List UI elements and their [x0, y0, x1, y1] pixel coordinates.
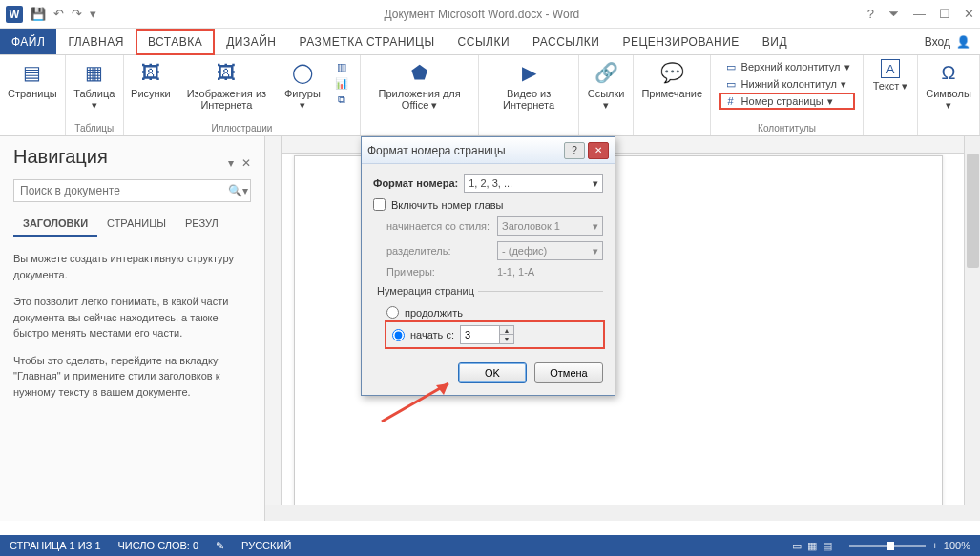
status-page[interactable]: СТРАНИЦА 1 ИЗ 1 — [10, 540, 101, 551]
minimize-icon[interactable]: — — [913, 7, 926, 21]
include-chapter-checkbox[interactable] — [373, 198, 386, 211]
nav-tab-headings[interactable]: ЗАГОЛОВКИ — [13, 212, 97, 237]
start-at-label: начать с: — [410, 329, 454, 340]
start-at-spinner[interactable]: ▲ ▼ — [460, 325, 514, 344]
status-language[interactable]: РУССКИЙ — [241, 540, 291, 551]
zoom-slider[interactable] — [849, 545, 926, 547]
dialog-titlebar[interactable]: Формат номера страницы ? ✕ — [362, 137, 615, 164]
search-input[interactable] — [14, 180, 225, 201]
app-icon: W — [6, 6, 23, 23]
qat-dropdown-icon[interactable]: ▾ — [90, 7, 96, 21]
save-icon[interactable]: 💾 — [31, 7, 46, 21]
status-proofing-icon[interactable]: ✎ — [216, 540, 224, 552]
ribbon-tabs: ФАЙЛ ГЛАВНАЯ ВСТАВКА ДИЗАЙН РАЗМЕТКА СТР… — [0, 29, 980, 55]
tab-home[interactable]: ГЛАВНАЯ — [56, 29, 136, 54]
start-at-radio[interactable] — [392, 329, 405, 341]
group-text: A Текст ▾ — [864, 55, 918, 135]
online-video-button[interactable]: ▶ Видео из Интернета — [487, 59, 571, 111]
group-illustrations: 🖼 Рисунки 🖼 Изображения из Интернета ◯ Ф… — [124, 55, 361, 135]
group-symbols: Ω Символы ▾ — [918, 55, 980, 135]
page-number-icon: # — [724, 94, 738, 108]
start-at-input[interactable] — [461, 326, 499, 343]
login-button[interactable]: Вход 👤 — [915, 29, 980, 54]
nav-close-icon[interactable]: ✕ — [241, 156, 251, 170]
tab-review[interactable]: РЕЦЕНЗИРОВАНИЕ — [611, 29, 750, 54]
footer-button[interactable]: ▭Нижний колонтитул ▾ — [720, 76, 854, 92]
undo-icon[interactable]: ↶ — [53, 7, 64, 21]
tab-view[interactable]: ВИД — [751, 29, 799, 54]
shapes-button[interactable]: ◯ Фигуры ▾ — [283, 59, 322, 111]
vertical-ruler[interactable] — [265, 136, 282, 521]
apps-button[interactable]: ⬟ Приложения для Office ▾ — [368, 59, 470, 111]
tab-layout[interactable]: РАЗМЕТКА СТРАНИЦЫ — [288, 29, 447, 54]
continue-radio[interactable] — [386, 306, 399, 319]
help-icon[interactable]: ? — [867, 7, 874, 21]
examples-label: Примеры: — [386, 266, 491, 278]
page-number-format-dialog: Формат номера страницы ? ✕ Формат номера… — [361, 136, 615, 396]
view-read-icon[interactable]: ▭ — [792, 540, 802, 552]
number-format-label: Формат номера: — [373, 177, 458, 189]
text-button[interactable]: A Текст ▾ — [871, 59, 909, 92]
header-button[interactable]: ▭Верхний колонтитул ▾ — [720, 59, 854, 74]
horizontal-scrollbar[interactable] — [265, 505, 980, 521]
view-web-icon[interactable]: ▤ — [823, 540, 832, 552]
page-number-button[interactable]: #Номер страницы ▾ — [720, 93, 854, 109]
redo-icon[interactable]: ↷ — [72, 7, 82, 21]
screenshot-button[interactable]: ⧉ — [331, 92, 352, 107]
tab-mailings[interactable]: РАССЫЛКИ — [521, 29, 611, 54]
group-apps: ⬟ Приложения для Office ▾ — [361, 55, 479, 135]
chart-button[interactable]: 📊 — [331, 75, 352, 91]
window-title: Документ Microsoft Word.docx - Word — [96, 8, 867, 21]
tab-design[interactable]: ДИЗАЙН — [215, 29, 287, 54]
comment-button[interactable]: 💬 Примечание — [641, 59, 702, 99]
zoom-out-icon[interactable]: − — [838, 540, 844, 551]
include-chapter-label: Включить номер главы — [391, 199, 504, 211]
nav-search: 🔍 ▾ — [13, 179, 251, 202]
nav-tab-pages[interactable]: СТРАНИЦЫ — [97, 212, 176, 237]
group-label-tables: Таблицы — [74, 123, 114, 134]
links-button[interactable]: 🔗 Ссылки ▾ — [587, 59, 625, 111]
online-pictures-button[interactable]: 🖼 Изображения из Интернета — [176, 59, 278, 111]
maximize-icon[interactable]: ☐ — [939, 7, 950, 21]
header-icon: ▭ — [724, 60, 738, 73]
symbols-icon: Ω — [935, 59, 962, 86]
text-icon: A — [881, 59, 900, 78]
smartart-button[interactable]: ▥ — [331, 59, 352, 74]
user-icon: 👤 — [956, 35, 970, 49]
number-format-combo[interactable]: 1, 2, 3, ...▾ — [464, 174, 603, 193]
dialog-close-icon[interactable]: ✕ — [588, 142, 609, 159]
ok-button[interactable]: OK — [458, 362, 527, 383]
symbols-button[interactable]: Ω Символы ▾ — [926, 59, 971, 111]
ribbon-options-icon[interactable]: ⏷ — [887, 7, 900, 21]
status-words[interactable]: ЧИСЛО СЛОВ: 0 — [118, 540, 199, 551]
pages-button[interactable]: ▤ Страницы — [8, 59, 57, 99]
spinner-down-icon[interactable]: ▼ — [500, 335, 513, 343]
search-icon: 🔍 — [228, 184, 242, 197]
cancel-button[interactable]: Отмена — [534, 362, 603, 383]
examples-value: 1-1, 1-A — [497, 266, 534, 278]
tab-file[interactable]: ФАЙЛ — [0, 29, 56, 54]
tab-references[interactable]: ССЫЛКИ — [447, 29, 521, 54]
online-pictures-icon: 🖼 — [213, 59, 240, 86]
quick-access-toolbar: 💾 ↶ ↷ ▾ — [31, 7, 96, 21]
zoom-level[interactable]: 100% — [944, 540, 970, 551]
group-tables: ▦ Таблица ▾ Таблицы — [66, 55, 124, 135]
comment-icon: 💬 — [658, 59, 685, 86]
nav-dropdown-icon[interactable]: ▾ — [228, 156, 234, 170]
smartart-icon: ▥ — [335, 60, 348, 73]
zoom-in-icon[interactable]: + — [931, 540, 937, 551]
window-controls: ? ⏷ — ☐ ✕ — [867, 7, 974, 21]
table-button[interactable]: ▦ Таблица ▾ — [73, 59, 115, 111]
view-print-icon[interactable]: ▦ — [807, 540, 817, 552]
dialog-help-icon[interactable]: ? — [564, 142, 585, 159]
search-button[interactable]: 🔍 ▾ — [225, 180, 250, 201]
close-icon[interactable]: ✕ — [964, 7, 974, 21]
pictures-button[interactable]: 🖼 Рисунки — [132, 59, 170, 99]
tab-insert[interactable]: ВСТАВКА — [136, 29, 215, 55]
group-media: ▶ Видео из Интернета — [479, 55, 579, 135]
group-label-headerfooter: Колонтитулы — [758, 123, 816, 134]
vertical-scrollbar[interactable] — [964, 136, 980, 521]
spinner-up-icon[interactable]: ▲ — [500, 326, 513, 335]
nav-tab-results[interactable]: РЕЗУЛ — [176, 212, 228, 237]
nav-tabs: ЗАГОЛОВКИ СТРАНИЦЫ РЕЗУЛ — [13, 212, 251, 237]
